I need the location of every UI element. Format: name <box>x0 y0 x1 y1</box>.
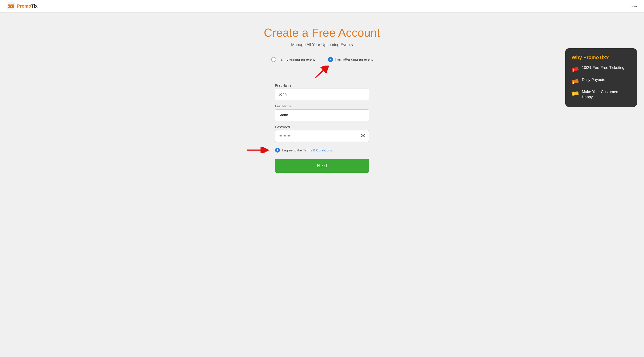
login-link[interactable]: Login <box>628 4 637 8</box>
svg-rect-14 <box>572 67 579 72</box>
radio-group: I am planning an event I am attending an… <box>246 57 398 62</box>
next-button[interactable]: Next <box>275 159 369 173</box>
logo-text: PromoTix <box>17 4 38 9</box>
password-wrapper <box>275 130 369 142</box>
radio-label-attending: I am attending an event <box>335 58 372 62</box>
password-group: Password <box>275 125 369 142</box>
last-name-label: Last Name <box>275 104 369 108</box>
toggle-password-button[interactable] <box>360 132 366 140</box>
radio-planning[interactable]: I am planning an event <box>271 57 314 62</box>
ticket-yellow-icon <box>572 90 579 97</box>
why-item-text-2: Make Your Customers Happy <box>582 90 630 100</box>
ticket-orange-icon <box>572 78 579 85</box>
form-section: First Name Last Name Password <box>246 84 398 173</box>
terms-link[interactable]: Terms & Conditions. <box>303 148 333 152</box>
first-name-group: First Name <box>275 84 369 100</box>
radio-circle-attending <box>328 57 333 62</box>
annotation-arrow <box>313 66 331 79</box>
why-item-0: 100% Fee-Free Ticketing <box>572 65 630 73</box>
radio-attending[interactable]: I am attending an event <box>328 57 372 62</box>
form-card: Create a Free Account Manage All Your Up… <box>246 26 398 173</box>
eye-icon <box>360 133 366 138</box>
page-container: Create a Free Account Manage All Your Up… <box>0 12 644 357</box>
terms-checkbox[interactable] <box>275 148 280 152</box>
terms-annotation-arrow <box>246 147 270 153</box>
why-item-1: Daily Payouts <box>572 78 630 85</box>
svg-text:★: ★ <box>10 5 12 8</box>
password-label: Password <box>275 125 369 129</box>
radio-circle-planning <box>271 57 276 62</box>
terms-row: I agree to the Terms & Conditions. <box>275 148 369 152</box>
svg-point-4 <box>14 6 15 7</box>
ticket-red-icon <box>572 66 579 73</box>
password-input[interactable] <box>275 130 369 142</box>
header: ★ PromoTix Login <box>0 0 644 12</box>
why-item-text-0: 100% Fee-Free Ticketing <box>582 65 624 70</box>
why-panel: Why PromoTix? 100% Fee-Free Ticketing Da… <box>565 48 637 107</box>
svg-rect-18 <box>572 92 578 96</box>
why-item-text-1: Daily Payouts <box>582 78 605 82</box>
why-item-2: Make Your Customers Happy <box>572 90 630 100</box>
terms-text: I agree to the Terms & Conditions. <box>282 148 333 152</box>
logo[interactable]: ★ PromoTix <box>7 2 38 10</box>
page-subtitle: Manage All Your Upcoming Events <box>246 42 398 47</box>
svg-line-8 <box>315 67 326 78</box>
svg-point-3 <box>8 6 9 7</box>
why-panel-title: Why PromoTix? <box>572 54 630 60</box>
svg-rect-16 <box>572 79 579 84</box>
logo-icon: ★ <box>7 2 15 10</box>
page-title: Create a Free Account <box>246 26 398 39</box>
first-name-label: First Name <box>275 84 369 87</box>
last-name-input[interactable] <box>275 110 369 121</box>
last-name-group: Last Name <box>275 104 369 121</box>
first-name-input[interactable] <box>275 88 369 100</box>
radio-label-planning: I am planning an event <box>278 58 314 62</box>
